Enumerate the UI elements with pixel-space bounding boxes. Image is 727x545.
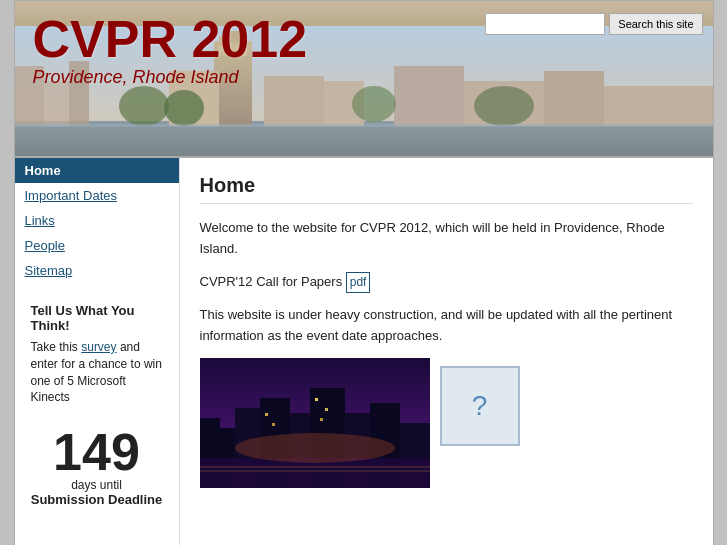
search-input[interactable]: [485, 13, 605, 35]
pdf-link[interactable]: pdf: [346, 272, 371, 293]
survey-text-before: Take this: [31, 340, 82, 354]
small-image-area: ?: [440, 358, 520, 488]
site-title: CVPR 2012: [33, 13, 308, 65]
sidebar-survey-box: Tell Us What You Think! Take this survey…: [23, 295, 171, 414]
countdown-sublabel: Submission Deadline: [23, 492, 171, 507]
cfp-text-before: CVPR'12 Call for Papers: [200, 274, 346, 289]
night-photo: [200, 358, 430, 488]
sidebar-item-home[interactable]: Home: [15, 158, 179, 183]
header: CVPR 2012 Providence, Rhode Island Searc…: [15, 1, 713, 156]
main-layout: Home Important Dates Links People Sitema…: [15, 156, 713, 545]
svg-rect-37: [325, 408, 328, 411]
welcome-paragraph: Welcome to the website for CVPR 2012, wh…: [200, 218, 693, 260]
countdown-number: 149: [23, 426, 171, 478]
svg-point-20: [164, 90, 204, 126]
sidebar: Home Important Dates Links People Sitema…: [15, 158, 180, 545]
construction-paragraph: This website is under heavy construction…: [200, 305, 693, 347]
sidebar-item-people[interactable]: People: [15, 233, 179, 258]
svg-point-22: [474, 86, 534, 126]
search-bar: Search this site: [485, 13, 702, 35]
countdown-label: days until: [23, 478, 171, 492]
svg-point-42: [235, 433, 395, 463]
sidebar-item-important-dates[interactable]: Important Dates: [15, 183, 179, 208]
svg-rect-18: [604, 86, 713, 126]
svg-point-21: [352, 86, 396, 122]
content-area: Home Welcome to the website for CVPR 201…: [180, 158, 713, 545]
svg-rect-36: [315, 398, 318, 401]
header-title: CVPR 2012 Providence, Rhode Island: [33, 13, 308, 88]
survey-box-text: Take this survey and enter for a chance …: [31, 339, 163, 406]
svg-rect-23: [15, 124, 713, 127]
sidebar-item-links[interactable]: Links: [15, 208, 179, 233]
sidebar-item-sitemap[interactable]: Sitemap: [15, 258, 179, 283]
svg-rect-38: [320, 418, 323, 421]
svg-rect-17: [544, 71, 604, 126]
small-image: ?: [440, 366, 520, 446]
question-mark-icon: ?: [472, 390, 488, 422]
photo-row: ?: [200, 358, 693, 488]
site-subtitle: Providence, Rhode Island: [33, 67, 308, 88]
svg-rect-40: [200, 466, 430, 468]
svg-rect-34: [265, 413, 268, 416]
night-photo-bg: [200, 358, 430, 488]
svg-rect-35: [272, 423, 275, 426]
countdown-box: 149 days until Submission Deadline: [23, 426, 171, 507]
svg-rect-41: [200, 470, 430, 472]
survey-link[interactable]: survey: [81, 340, 116, 354]
survey-box-title: Tell Us What You Think!: [31, 303, 163, 333]
svg-rect-15: [394, 66, 464, 126]
page-title: Home: [200, 174, 693, 204]
search-button[interactable]: Search this site: [609, 13, 702, 35]
svg-point-19: [119, 86, 169, 126]
call-for-papers-paragraph: CVPR'12 Call for Papers pdf: [200, 272, 693, 293]
